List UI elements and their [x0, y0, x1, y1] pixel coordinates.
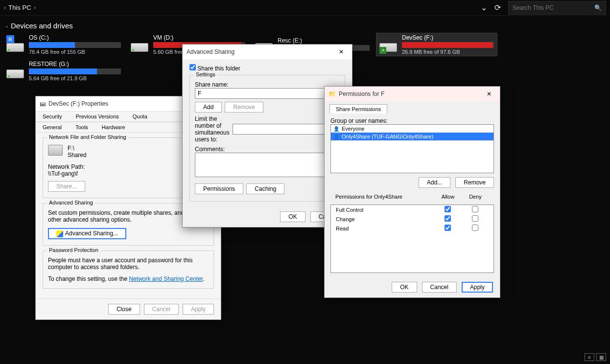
- search-input[interactable]: [513, 4, 591, 11]
- fieldset-legend: Settings: [194, 71, 217, 77]
- capacity-bar: [29, 68, 121, 74]
- group-user-label: Group or user names:: [330, 117, 494, 124]
- apply-button[interactable]: Apply: [462, 282, 493, 293]
- share-folder-checkbox[interactable]: Share this folder: [189, 65, 240, 72]
- section-title: Devices and drives: [11, 22, 73, 30]
- deny-checkbox[interactable]: [472, 225, 478, 231]
- ok-button[interactable]: OK: [280, 211, 305, 222]
- chevron-right-icon: ›: [4, 5, 5, 10]
- section-header[interactable]: ⌄ Devices and drives: [0, 16, 610, 33]
- perm-tabs: Share Permissions: [325, 101, 500, 114]
- group-title: Advanced Sharing: [47, 200, 95, 205]
- ok-button[interactable]: OK: [392, 282, 417, 293]
- tab-quota[interactable]: Quota: [126, 112, 154, 121]
- address-bar: › This PC › ⌄ ⟳ 🔍: [0, 0, 610, 16]
- tab-general[interactable]: General: [36, 122, 69, 132]
- drive-name: RESTORE (G:): [29, 61, 121, 68]
- drive-free-text: 26.9 MB free of 97.6 GB: [402, 49, 494, 55]
- caching-button[interactable]: Caching: [246, 183, 284, 194]
- permission-row: Full Control: [331, 205, 493, 214]
- user-name: Everyone: [342, 126, 364, 132]
- advanced-sharing-button[interactable]: Advanced Sharing...: [48, 228, 126, 239]
- user-listbox[interactable]: 👤Everyone👤Only4Share (TUF-GANG\Only4Shar…: [330, 124, 494, 173]
- network-sharing-center-link[interactable]: Network and Sharing Center: [129, 275, 203, 282]
- windows-badge-icon: ⊞: [6, 35, 14, 43]
- tab-tools[interactable]: Tools: [69, 122, 95, 132]
- user-name: Only4Share (TUF-GANG\Only4Share): [342, 134, 433, 139]
- apply-button[interactable]: Apply: [183, 304, 214, 315]
- deny-checkbox[interactable]: [472, 215, 478, 222]
- drive-free-text: 5.64 GB free of 21.9 GB: [29, 75, 121, 81]
- chevron-down-icon: ⌄: [5, 23, 9, 28]
- drive-icon: [131, 35, 149, 54]
- add-button[interactable]: Add: [195, 102, 222, 113]
- drive-free-text: 78.4 GB free of 155 GB: [29, 49, 121, 55]
- user-list-item[interactable]: 👤Only4Share (TUF-GANG\Only4Share): [331, 133, 493, 140]
- close-icon[interactable]: ✕: [482, 87, 496, 101]
- remove-user-button[interactable]: Remove: [455, 177, 494, 188]
- drive-name: Resc (E:): [278, 37, 370, 44]
- password-desc: People must have a user account and pass…: [48, 257, 209, 271]
- user-list-item[interactable]: 👤Everyone: [331, 125, 493, 133]
- folder-icon: 📁: [328, 91, 336, 97]
- group-title: Password Protection: [47, 247, 100, 253]
- tab-security[interactable]: Security: [36, 112, 69, 121]
- details-view-icon[interactable]: ≡: [585, 353, 594, 361]
- drive-small-icon: 🖴: [40, 100, 46, 107]
- drive-tile[interactable]: ⊞ OS (C:) 78.4 GB free of 155 GB: [3, 33, 124, 56]
- drive-icon: ↗: [379, 35, 398, 54]
- drive-icon: [48, 145, 63, 156]
- share-button[interactable]: Share...: [48, 181, 85, 192]
- drive-tile[interactable]: RESTORE (G:) 5.64 GB free of 21.9 GB: [3, 59, 124, 83]
- permission-row: Change: [331, 214, 493, 224]
- tab-previous-versions[interactable]: Previous Versions: [69, 112, 126, 121]
- allow-checkbox[interactable]: [445, 215, 451, 222]
- permissions-button[interactable]: Permissions: [195, 183, 243, 194]
- user-icon: 👤: [333, 125, 340, 132]
- dropdown-icon[interactable]: ⌄: [477, 1, 491, 15]
- permissions-dialog: 📁 Permissions for F ✕ Share Permissions …: [324, 86, 500, 298]
- permission-row: Read: [331, 224, 493, 233]
- group-title: Network File and Folder Sharing: [47, 134, 128, 140]
- allow-checkbox[interactable]: [445, 206, 451, 212]
- search-icon: 🔍: [594, 4, 602, 11]
- drive-tile[interactable]: ↗ DevSec (F:) 26.9 MB free of 97.6 GB: [376, 33, 497, 56]
- deny-checkbox[interactable]: [472, 206, 478, 212]
- permissions-table: Full Control Change Read: [330, 205, 494, 273]
- remove-button[interactable]: Remove: [225, 102, 263, 113]
- share-name-label: Share name:: [195, 81, 340, 88]
- permission-name: Change: [336, 216, 434, 222]
- close-button[interactable]: Close: [108, 304, 140, 315]
- tab-hardware[interactable]: Hardware: [95, 122, 132, 132]
- close-icon[interactable]: ✕: [334, 45, 348, 59]
- dialog-title: Advanced Sharing: [187, 48, 334, 55]
- password-hint: To change this setting, use the Network …: [48, 275, 209, 282]
- drive-name: OS (C:): [29, 34, 121, 41]
- refresh-icon[interactable]: ⟳: [491, 1, 504, 15]
- chevron-right-icon: ›: [34, 5, 36, 10]
- cancel-button[interactable]: Cancel: [422, 282, 457, 293]
- dialog-title: DevSec (F:) Properties: [48, 100, 203, 107]
- share-permissions-tab[interactable]: Share Permissions: [329, 104, 387, 114]
- view-switcher: ≡ ▦: [585, 353, 606, 361]
- dialog-title: Permissions for F: [339, 91, 482, 97]
- password-protection-group: Password Protection People must have a u…: [43, 250, 214, 289]
- allow-header: Allow: [434, 194, 462, 200]
- share-name-input[interactable]: [195, 88, 340, 99]
- add-user-button[interactable]: Add...: [419, 177, 450, 188]
- breadcrumb[interactable]: › This PC ›: [4, 4, 36, 11]
- cancel-button[interactable]: Cancel: [144, 304, 179, 315]
- drive-name: VM (D:): [153, 34, 245, 41]
- permission-name: Full Control: [336, 207, 434, 213]
- search-box[interactable]: 🔍: [508, 1, 606, 15]
- limit-users-label: Limit the number of simultaneous users t…: [195, 115, 230, 143]
- breadcrumb-root[interactable]: This PC: [8, 4, 31, 11]
- permissions-for-label: Permissions for Only4Share: [335, 194, 434, 200]
- drive-icon: ⊞: [6, 35, 25, 54]
- drive-name: DevSec (F:): [402, 34, 494, 41]
- shared-status: Shared: [68, 152, 87, 159]
- allow-checkbox[interactable]: [445, 225, 451, 231]
- permission-name: Read: [336, 226, 434, 231]
- tiles-view-icon[interactable]: ▦: [596, 353, 606, 361]
- comments-input[interactable]: [195, 153, 340, 177]
